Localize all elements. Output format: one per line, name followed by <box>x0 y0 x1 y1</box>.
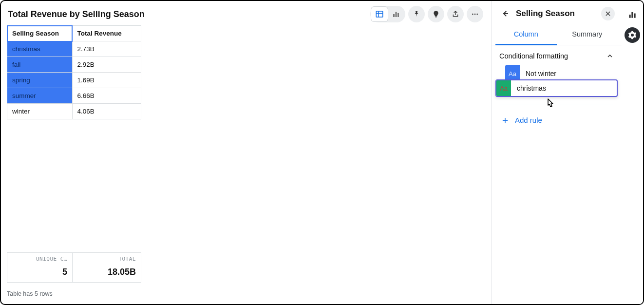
format-rule-label: Not winter <box>524 70 556 77</box>
footer-left-label: UNIQUE C… <box>12 256 67 262</box>
more-horizontal-icon <box>471 10 479 18</box>
share-button[interactable] <box>447 6 464 22</box>
data-table: Selling Season Total Revenue christmas2.… <box>7 25 141 119</box>
section-conditional-formatting[interactable]: Conditional formatting <box>492 45 622 65</box>
side-tabs: Column Summary <box>492 24 622 45</box>
page-title: Total Revenue by Selling Season <box>8 9 145 19</box>
pin-button[interactable] <box>408 6 425 22</box>
cell-revenue[interactable]: 4.06B <box>72 104 141 119</box>
svg-rect-5 <box>398 13 399 17</box>
tab-summary[interactable]: Summary <box>557 24 618 45</box>
side-panel-title: Selling Season <box>516 9 597 19</box>
cell-season[interactable]: winter <box>7 104 73 119</box>
cell-season[interactable]: fall <box>7 57 73 73</box>
close-icon <box>605 10 611 17</box>
cell-revenue[interactable]: 2.92B <box>72 57 141 73</box>
arrow-left-icon <box>501 9 510 18</box>
format-swatch: Aa <box>496 80 511 96</box>
footer-right-value: 18.05B <box>77 267 136 277</box>
gear-icon <box>628 31 637 39</box>
svg-rect-4 <box>396 12 397 18</box>
table-view-button[interactable] <box>371 7 388 21</box>
side-panel: Selling Season Column Summary Conditiona… <box>491 1 622 304</box>
table-row[interactable]: christmas2.73B <box>7 41 141 57</box>
right-rail <box>622 1 643 304</box>
footer-left-value: 5 <box>12 267 67 277</box>
column-header-season[interactable]: Selling Season <box>7 26 73 41</box>
cell-season[interactable]: summer <box>7 88 73 104</box>
format-rule-christmas[interactable]: Aa christmas <box>495 79 618 97</box>
view-toggle <box>370 6 405 22</box>
tab-column[interactable]: Column <box>495 24 557 45</box>
pin-icon <box>413 10 420 18</box>
table-summary: UNIQUE C… 5 TOTAL 18.05B <box>7 252 141 283</box>
svg-rect-0 <box>376 11 383 17</box>
toolbar <box>370 6 483 22</box>
svg-rect-10 <box>629 15 630 18</box>
svg-point-9 <box>476 14 478 15</box>
add-rule-label: Add rule <box>515 116 542 124</box>
rail-settings-button[interactable] <box>625 27 640 43</box>
insight-button[interactable] <box>428 6 444 22</box>
svg-point-7 <box>472 14 474 15</box>
back-button[interactable] <box>498 7 512 20</box>
close-panel-button[interactable] <box>601 7 615 20</box>
bar-chart-icon <box>627 10 637 19</box>
rail-chart-button[interactable] <box>625 7 640 22</box>
lightbulb-icon <box>432 10 440 18</box>
status-bar: Table has 5 rows <box>7 290 53 297</box>
bar-chart-icon <box>392 10 400 19</box>
format-rule-label: christmas <box>515 84 546 92</box>
cell-revenue[interactable]: 2.73B <box>72 41 141 57</box>
section-title: Conditional formatting <box>499 52 568 60</box>
svg-point-8 <box>474 14 476 15</box>
chevron-up-icon <box>606 52 614 60</box>
svg-rect-11 <box>631 12 633 18</box>
rules-divider <box>500 104 613 104</box>
more-button[interactable] <box>467 6 483 22</box>
table-row[interactable]: fall2.92B <box>7 57 141 73</box>
svg-rect-3 <box>393 14 395 17</box>
add-rule-button[interactable]: ＋ Add rule <box>492 104 622 135</box>
table-row[interactable]: summer6.66B <box>7 88 141 104</box>
cell-revenue[interactable]: 1.69B <box>72 73 141 88</box>
chart-view-button[interactable] <box>388 7 404 21</box>
cell-season[interactable]: christmas <box>7 41 73 57</box>
share-icon <box>452 10 459 18</box>
svg-rect-6 <box>436 17 437 17</box>
footer-right-label: TOTAL <box>77 256 136 262</box>
plus-icon: ＋ <box>500 115 510 125</box>
cell-season[interactable]: spring <box>7 73 73 88</box>
table-row[interactable]: spring1.69B <box>7 73 141 88</box>
table-icon <box>375 10 384 19</box>
column-header-revenue[interactable]: Total Revenue <box>72 26 141 41</box>
svg-rect-12 <box>634 14 635 18</box>
table-row[interactable]: winter4.06B <box>7 104 141 119</box>
cell-revenue[interactable]: 6.66B <box>72 88 141 104</box>
